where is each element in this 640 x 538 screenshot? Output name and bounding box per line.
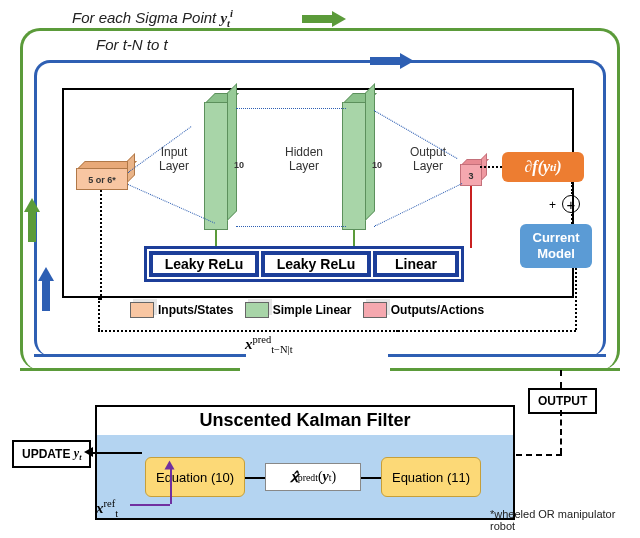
purple-arrowhead-icon — [165, 461, 175, 470]
legend-swatch-outputs — [363, 302, 387, 318]
pred-symbol: xpredt−N|t — [245, 334, 293, 355]
activation-leaky-1: Leaky ReLu — [149, 251, 259, 277]
green-bottom-right — [390, 368, 620, 371]
legend-swatch-inputs — [130, 302, 154, 318]
blue-bottom-left — [34, 354, 246, 357]
nn-input-brick: 5 or 6* — [76, 168, 128, 190]
legend: Inputs/States Simple Linear Outputs/Acti… — [130, 302, 484, 318]
pred-line-v-in — [100, 190, 102, 300]
conn-grad-plus — [571, 182, 573, 194]
arrow-green-right-icon — [302, 12, 346, 26]
legend-swatch-linear — [245, 302, 269, 318]
ukf-eq11-box: Equation (11) — [381, 457, 481, 497]
ukf-title: Unscented Kalman Filter — [97, 407, 513, 434]
purple-h — [130, 504, 170, 506]
tick-red — [470, 186, 472, 248]
activation-leaky-2: Leaky ReLu — [261, 251, 371, 277]
pred-line-h — [98, 330, 398, 332]
ukf-xhat-box: x̂predt(yt) — [265, 463, 361, 491]
pred-line-v-right — [575, 268, 577, 330]
activation-linear: Linear — [373, 251, 459, 277]
nn-output-size: 3 — [461, 165, 481, 187]
purple-v — [170, 468, 172, 504]
legend-inputs: Inputs/States — [158, 303, 233, 317]
pred-line-v-out — [98, 298, 100, 330]
nn-slab-input — [204, 102, 228, 230]
loop-inner-label: For t-N to t — [96, 36, 168, 53]
plus-label: + — [549, 198, 556, 212]
ukf-panel: Unscented Kalman Filter Equation (10) x̂… — [95, 405, 515, 520]
loop-outer-label: For each Sigma Point — [72, 9, 220, 26]
ukf-eq10-box: Equation (10) — [145, 457, 245, 497]
update-yt-box: UPDATE yt — [12, 440, 91, 468]
conn-nn-orange — [480, 166, 502, 168]
output-box: OUTPUT — [528, 388, 597, 414]
legend-outputs: Outputs/Actions — [391, 303, 484, 317]
label-input-size-10: 10 — [234, 160, 244, 170]
pred-line-h2 — [398, 330, 576, 332]
grad-f-box: ∂f(yti) — [502, 152, 584, 182]
arrow-eq10-update-head-icon — [84, 447, 93, 457]
current-model-box: Current Model — [520, 224, 592, 268]
dash-to-output — [560, 370, 562, 388]
label-input-layer: Input Layer — [148, 145, 200, 173]
label-hidden-layer: Hidden Layer — [274, 145, 334, 173]
sigma-point-symbol: yti — [220, 10, 233, 26]
nn-slab-hidden — [342, 102, 366, 230]
footnote: *wheeled OR manipulator robot — [490, 508, 640, 532]
arrow-blue-up-icon — [39, 267, 53, 311]
nn-input-size: 5 or 6* — [77, 169, 127, 191]
activation-strip: Leaky ReLu Leaky ReLu Linear — [144, 246, 464, 282]
nn-panel: 5 or 6* 3 Input Layer 1 — [62, 88, 574, 298]
conn-plus-model — [571, 214, 573, 224]
blue-bottom-right — [388, 354, 606, 357]
arrow-eq10-update — [92, 452, 142, 454]
arrow-blue-right-icon — [370, 54, 414, 68]
label-hidden-size-10: 10 — [372, 160, 382, 170]
plus-circle-icon: + — [562, 195, 580, 213]
dash-out-down — [560, 410, 562, 454]
xref-symbol: xreft — [96, 498, 118, 519]
ukf-conn-1 — [245, 477, 265, 479]
arrow-green-up-icon — [25, 198, 39, 242]
label-output-layer: Output Layer — [400, 145, 456, 173]
ukf-conn-2 — [361, 477, 381, 479]
legend-linear: Simple Linear — [273, 303, 352, 317]
green-bottom-left — [20, 368, 240, 371]
nn-output-brick: 3 — [460, 164, 482, 186]
